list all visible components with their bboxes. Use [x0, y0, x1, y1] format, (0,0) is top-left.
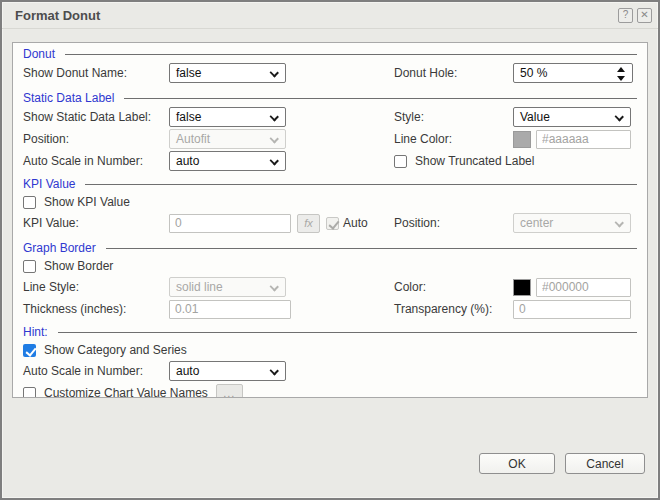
line-color-input: [536, 130, 631, 149]
hint-auto-scale-select[interactable]: auto: [169, 361, 286, 381]
position-value: Autofit: [176, 132, 210, 146]
section-donut-title: Donut: [23, 47, 55, 61]
chevron-down-icon: [270, 112, 279, 121]
legend-divider: [65, 54, 637, 55]
chevron-down-icon: [270, 282, 279, 291]
border-color-label: Color:: [394, 280, 513, 294]
ok-button[interactable]: OK: [479, 453, 555, 474]
donut-hole-label: Donut Hole:: [394, 66, 513, 80]
row-autoscale-truncated: Auto Scale in Number: auto Show Truncate…: [23, 150, 637, 172]
chevron-down-icon: [270, 366, 279, 375]
kpi-value-label: KPI Value:: [23, 216, 169, 230]
border-color-swatch[interactable]: [513, 279, 531, 296]
row-show-border: Show Border: [23, 258, 637, 274]
style-label: Style:: [394, 110, 513, 124]
section-hint-title: Hint:: [23, 325, 48, 339]
show-border-label: Show Border: [44, 259, 113, 273]
line-color-swatch[interactable]: [513, 131, 531, 148]
row-kpi-value: KPI Value: fx Auto Position: center: [23, 212, 637, 234]
position-label: Position:: [23, 132, 169, 146]
auto-scale-select[interactable]: auto: [169, 151, 286, 171]
show-border-checkbox[interactable]: [23, 260, 36, 273]
section-kpi-value-legend: KPI Value: [23, 176, 637, 192]
auto-scale-label: Auto Scale in Number:: [23, 154, 169, 168]
row-thickness-transparency: Thickness (inches): Transparency (%):: [23, 298, 637, 320]
show-category-series-checkbox[interactable]: [23, 344, 36, 357]
show-donut-name-label: Show Donut Name:: [23, 66, 169, 80]
thickness-input: [169, 300, 291, 319]
show-donut-name-value: false: [176, 66, 201, 80]
donut-hole-value: 50 %: [520, 66, 547, 80]
transparency-input: [513, 300, 631, 319]
show-static-data-label-label: Show Static Data Label:: [23, 110, 169, 124]
dialog-body-panel: Donut Show Donut Name: false Donut Hole:…: [12, 42, 648, 398]
show-kpi-value-checkbox[interactable]: [23, 196, 36, 209]
kpi-position-value: center: [520, 216, 553, 230]
line-style-value: solid line: [176, 280, 223, 294]
kpi-auto-checkbox: [326, 217, 339, 230]
dialog-title: Format Donut: [15, 8, 614, 23]
section-kpi-value-title: KPI Value: [23, 177, 75, 191]
chevron-down-icon: [615, 112, 624, 121]
section-hint-legend: Hint:: [23, 324, 637, 340]
kpi-position-select: center: [513, 213, 631, 233]
format-donut-dialog: Format Donut ? ✕ Donut Show Donut Name: …: [0, 0, 660, 500]
legend-divider: [124, 98, 637, 99]
chevron-down-icon: [270, 134, 279, 143]
hint-auto-scale-value: auto: [176, 364, 199, 378]
close-icon[interactable]: ✕: [637, 8, 652, 23]
row-line-style-color: Line Style: solid line Color:: [23, 276, 637, 298]
chevron-down-icon: [615, 218, 624, 227]
show-donut-name-select[interactable]: false: [169, 63, 286, 83]
hint-auto-scale-label: Auto Scale in Number:: [23, 364, 169, 378]
legend-divider: [85, 184, 637, 185]
dialog-footer: OK Cancel: [479, 453, 645, 474]
help-icon[interactable]: ?: [618, 8, 633, 23]
line-color-label: Line Color:: [394, 132, 513, 146]
kpi-value-input: [169, 214, 291, 233]
chevron-down-icon: [270, 156, 279, 165]
legend-divider: [58, 332, 637, 333]
row-show-static-data-label: Show Static Data Label: false Style: Val…: [23, 106, 637, 128]
show-static-data-label-value: false: [176, 110, 201, 124]
donut-hole-spinner[interactable]: 50 %: [513, 63, 633, 83]
dialog-titlebar: Format Donut ? ✕: [2, 2, 658, 29]
section-static-data-label-title: Static Data Label: [23, 91, 114, 105]
line-style-label: Line Style:: [23, 280, 169, 294]
style-value: Value: [520, 110, 550, 124]
style-select[interactable]: Value: [513, 107, 631, 127]
chevron-down-icon: [270, 68, 279, 77]
legend-divider: [106, 248, 637, 249]
thickness-label: Thickness (inches):: [23, 302, 169, 316]
cancel-button[interactable]: Cancel: [565, 453, 645, 474]
more-options-button: ...: [216, 384, 243, 398]
show-kpi-value-label: Show KPI Value: [44, 195, 130, 209]
row-show-kpi-value: Show KPI Value: [23, 194, 637, 210]
border-color-input: [536, 278, 631, 297]
section-static-data-label-legend: Static Data Label: [23, 90, 637, 106]
show-truncated-label-label: Show Truncated Label: [415, 154, 534, 168]
row-hint-autoscale: Auto Scale in Number: auto: [23, 360, 637, 382]
customize-chart-value-names-label: Customize Chart Value Names: [44, 386, 208, 398]
row-show-category-series: Show Category and Series: [23, 342, 637, 358]
kpi-auto-label: Auto: [343, 216, 368, 230]
section-graph-border-legend: Graph Border: [23, 240, 637, 256]
fx-formula-button: fx: [297, 214, 320, 233]
section-graph-border-title: Graph Border: [23, 241, 96, 255]
position-select: Autofit: [169, 129, 286, 149]
show-truncated-label-checkbox[interactable]: [394, 155, 407, 168]
kpi-position-label: Position:: [394, 216, 513, 230]
line-style-select: solid line: [169, 277, 286, 297]
row-customize-names: Customize Chart Value Names ...: [23, 382, 637, 398]
section-donut-legend: Donut: [23, 46, 637, 62]
auto-scale-value: auto: [176, 154, 199, 168]
show-static-data-label-select[interactable]: false: [169, 107, 286, 127]
row-show-donut-name: Show Donut Name: false Donut Hole: 50 %: [23, 62, 637, 84]
row-position-line-color: Position: Autofit Line Color:: [23, 128, 637, 150]
customize-chart-value-names-checkbox[interactable]: [23, 387, 36, 399]
spinner-up-down-icon[interactable]: [617, 67, 626, 81]
transparency-label: Transparency (%):: [394, 302, 513, 316]
show-category-series-label: Show Category and Series: [44, 343, 187, 357]
